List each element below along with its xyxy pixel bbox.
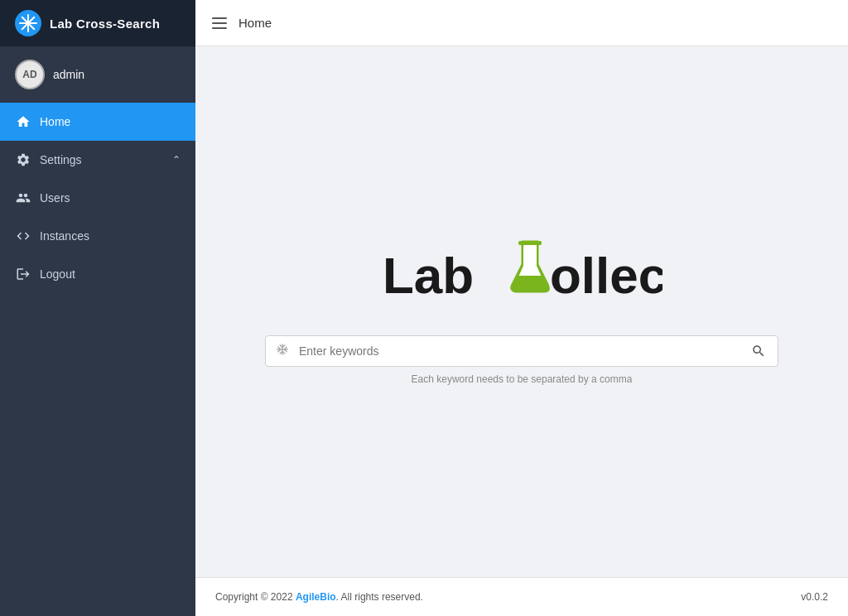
sidebar-nav: Home Settings ⌃ Users: [0, 103, 195, 616]
sidebar-item-logout[interactable]: Logout: [0, 255, 195, 293]
content-area: Lab ollector: [195, 46, 848, 577]
sidebar-item-instances[interactable]: Instances: [0, 217, 195, 255]
footer-copyright: Copyright © 2022 AgileBio. All rights re…: [215, 591, 423, 603]
home-icon: [15, 113, 31, 130]
sidebar-item-users[interactable]: Users: [0, 179, 195, 217]
sidebar-users-label: Users: [40, 191, 70, 205]
sidebar-instances-label: Instances: [40, 229, 89, 243]
settings-icon: [15, 152, 31, 168]
logout-icon: [15, 266, 31, 282]
svg-text:Lab: Lab: [383, 247, 474, 304]
sidebar-header: Lab Cross-Search: [0, 0, 195, 46]
footer-version: v0.0.2: [801, 591, 828, 603]
footer-brand: AgileBio: [296, 591, 336, 603]
search-wrapper: [265, 335, 778, 367]
svg-rect-6: [518, 241, 542, 245]
search-container: [265, 335, 778, 367]
sidebar-logout-label: Logout: [40, 267, 75, 281]
brand-logo: Lab ollector: [381, 239, 662, 309]
hamburger-button[interactable]: [212, 17, 227, 29]
search-input[interactable]: [299, 336, 740, 366]
search-hint: Each keyword needs to be separated by a …: [412, 373, 633, 385]
users-icon: [15, 190, 31, 206]
search-icon: [751, 344, 766, 359]
username: admin: [53, 68, 84, 81]
search-snowflake-icon: [266, 343, 299, 359]
user-info: AD admin: [0, 46, 195, 103]
search-button[interactable]: [740, 337, 778, 365]
instances-icon: [15, 228, 31, 244]
sidebar-item-settings[interactable]: Settings ⌃: [0, 141, 195, 179]
chevron-down-icon: ⌃: [172, 154, 181, 166]
main-content: Home Lab ollector: [195, 0, 848, 616]
topbar-title: Home: [238, 16, 272, 30]
sidebar-home-label: Home: [40, 115, 70, 128]
avatar: AD: [15, 60, 45, 89]
footer: Copyright © 2022 AgileBio. All rights re…: [195, 577, 848, 616]
labcollector-logo-svg: Lab ollector: [381, 239, 662, 306]
sidebar-item-home[interactable]: Home: [0, 103, 195, 141]
app-logo-icon: [15, 10, 41, 36]
topbar: Home: [195, 0, 848, 46]
sidebar: Lab Cross-Search AD admin Home: [0, 0, 195, 616]
app-title: Lab Cross-Search: [50, 17, 160, 31]
svg-text:ollector: ollector: [550, 247, 662, 304]
settings-left: Settings: [15, 152, 82, 168]
sidebar-settings-label: Settings: [40, 153, 82, 166]
